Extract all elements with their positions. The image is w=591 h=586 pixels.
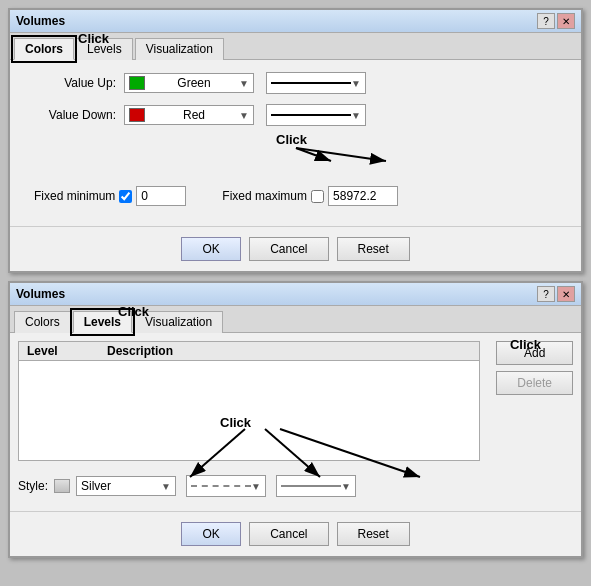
value-down-line-select[interactable]: ▼: [266, 104, 366, 126]
col-level-header: Level: [23, 344, 103, 358]
line-preview-down: [271, 114, 351, 116]
line-up-dropdown-icon: ▼: [351, 78, 361, 89]
svg-text:Click: Click: [276, 132, 308, 147]
cancel-button-2[interactable]: Cancel: [249, 522, 328, 546]
red-color-indicator: [129, 108, 145, 122]
tab-visualization-1[interactable]: Visualization: [135, 38, 224, 60]
tab-visualization-2[interactable]: Visualization: [134, 311, 223, 333]
tab-levels-1[interactable]: Levels: [76, 38, 133, 60]
value-up-label: Value Up:: [26, 76, 116, 90]
help-button-1[interactable]: ?: [537, 13, 555, 29]
close-button-2[interactable]: ✕: [557, 286, 575, 302]
dialog-1-title: Volumes: [16, 14, 65, 28]
value-down-select[interactable]: Red ▼: [124, 105, 254, 125]
svg-line-2: [296, 148, 386, 161]
value-down-color-label: Red: [183, 108, 205, 122]
dialog-1: Volumes ? ✕ Click Colors Levels Visualiz…: [8, 8, 583, 273]
style-row: Style: Silver ▼ ▼ ▼: [10, 469, 581, 503]
line-preview-up: [271, 82, 351, 84]
fixed-max-input[interactable]: [328, 186, 398, 206]
style-line-select-1[interactable]: ▼: [186, 475, 266, 497]
fixed-min-label: Fixed minimum: [34, 189, 115, 203]
style-line-select-2[interactable]: ▼: [276, 475, 356, 497]
fixed-min-group: Fixed minimum: [34, 186, 186, 206]
dialog-2-content: Level Description Add Delete: [10, 333, 581, 469]
style-color-label: Silver: [81, 479, 111, 493]
delete-button[interactable]: Delete: [496, 371, 573, 395]
tab-levels-2[interactable]: Levels: [73, 311, 132, 333]
solid-line-preview: [281, 485, 341, 487]
reset-button-2[interactable]: Reset: [337, 522, 410, 546]
green-color-indicator: [129, 76, 145, 90]
value-up-line-select[interactable]: ▼: [266, 72, 366, 94]
value-up-row: Value Up: Green ▼ ▼: [26, 72, 565, 94]
value-down-dropdown-icon: ▼: [239, 110, 249, 121]
ok-button-1[interactable]: OK: [181, 237, 241, 261]
table-header: Level Description: [19, 342, 479, 361]
style-select[interactable]: Silver ▼: [76, 476, 176, 496]
fixed-max-label: Fixed maximum: [222, 189, 307, 203]
title-controls-2: ? ✕: [537, 286, 575, 302]
col-description-header: Description: [103, 344, 183, 358]
style-line-dropdown-2-icon: ▼: [341, 481, 351, 492]
ok-button-2[interactable]: OK: [181, 522, 241, 546]
value-up-dropdown-icon: ▼: [239, 78, 249, 89]
style-line-dropdown-1-icon: ▼: [251, 481, 261, 492]
table-section: Level Description: [10, 333, 488, 469]
title-bar-2: Volumes ? ✕: [10, 283, 581, 306]
title-controls-1: ? ✕: [537, 13, 575, 29]
title-bar-1: Volumes ? ✕: [10, 10, 581, 33]
dialog-1-button-row: OK Cancel Reset: [10, 226, 581, 271]
side-buttons: Add Delete: [488, 333, 581, 469]
help-button-2[interactable]: ?: [537, 286, 555, 302]
style-dropdown-icon: ▼: [161, 481, 171, 492]
fixed-section: Fixed minimum Fixed maximum: [26, 186, 565, 206]
tab-colors-2[interactable]: Colors: [14, 311, 71, 333]
tabs-1: Colors Levels Visualization: [10, 33, 581, 60]
silver-color-indicator: [54, 479, 70, 493]
value-up-select[interactable]: Green ▼: [124, 73, 254, 93]
value-down-row: Value Down: Red ▼ ▼: [26, 104, 565, 126]
value-down-label: Value Down:: [26, 108, 116, 122]
fixed-min-input[interactable]: [136, 186, 186, 206]
line-down-dropdown-icon: ▼: [351, 110, 361, 121]
style-section: Style: Silver ▼ ▼ ▼: [10, 469, 581, 503]
fixed-min-checkbox[interactable]: [119, 190, 132, 203]
reset-button-1[interactable]: Reset: [337, 237, 410, 261]
fixed-max-checkbox[interactable]: [311, 190, 324, 203]
svg-line-1: [296, 148, 331, 161]
tabs-2: Colors Levels Visualization: [10, 306, 581, 333]
dialog-2-button-row: OK Cancel Reset: [10, 511, 581, 556]
tab-colors-1[interactable]: Colors: [14, 38, 74, 60]
fixed-max-group: Fixed maximum: [222, 186, 398, 206]
close-button-1[interactable]: ✕: [557, 13, 575, 29]
levels-table: Level Description: [18, 341, 480, 461]
dialog-1-content: Value Up: Green ▼ ▼ Value Down: Red: [10, 60, 581, 218]
cancel-button-1[interactable]: Cancel: [249, 237, 328, 261]
dialog-2-title: Volumes: [16, 287, 65, 301]
style-label: Style:: [18, 479, 48, 493]
dialog-2: Volumes ? ✕ Click Colors Levels Visualiz…: [8, 281, 583, 558]
add-button[interactable]: Add: [496, 341, 573, 365]
value-up-color-label: Green: [177, 76, 210, 90]
dashed-line-preview: [191, 485, 251, 487]
